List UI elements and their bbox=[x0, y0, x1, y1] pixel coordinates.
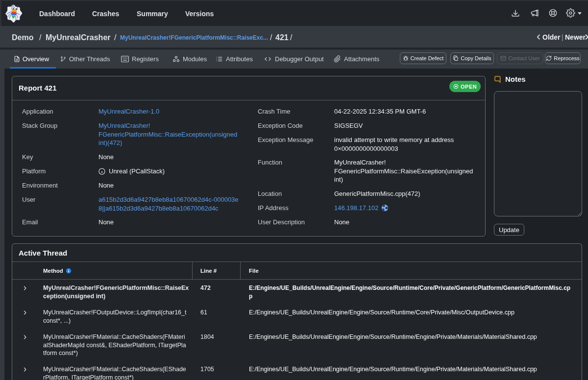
svg-text:u: u bbox=[101, 169, 103, 174]
